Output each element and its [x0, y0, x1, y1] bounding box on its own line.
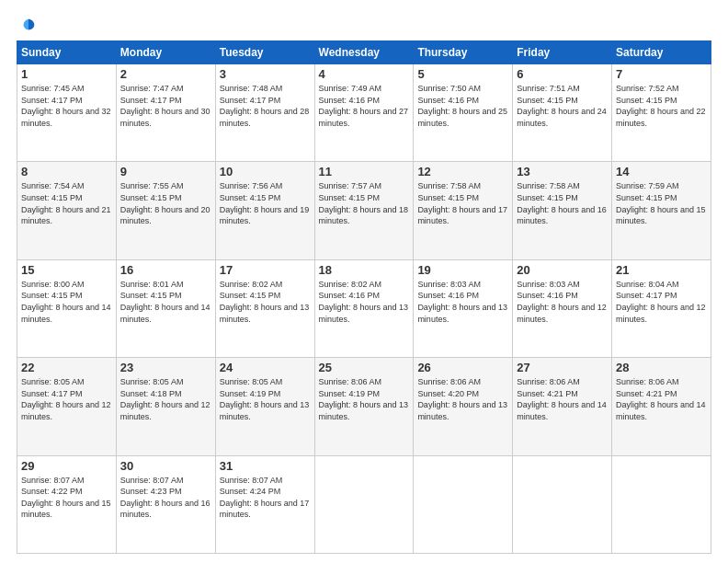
calendar-day-cell: 25 Sunrise: 8:06 AM Sunset: 4:19 PM Dayl…: [314, 358, 414, 455]
day-number: 6: [517, 67, 608, 81]
calendar-day-cell: [513, 455, 612, 553]
day-number: 30: [120, 459, 211, 473]
calendar-week-row: 15 Sunrise: 8:00 AM Sunset: 4:15 PM Dayl…: [17, 259, 711, 357]
logo-bird-icon: [20, 17, 37, 33]
calendar-day-cell: 9 Sunrise: 7:55 AM Sunset: 4:15 PM Dayli…: [116, 162, 215, 259]
day-cell-content: Sunrise: 8:02 AM Sunset: 4:15 PM Dayligh…: [220, 279, 311, 325]
day-number: 29: [21, 459, 112, 473]
calendar-day-cell: 3 Sunrise: 7:48 AM Sunset: 4:17 PM Dayli…: [215, 64, 314, 162]
day-header-thursday: Thursday: [414, 41, 513, 64]
day-header-sunday: Sunday: [17, 41, 117, 64]
day-cell-content: Sunrise: 7:59 AM Sunset: 4:15 PM Dayligh…: [616, 180, 707, 226]
calendar-day-cell: 22 Sunrise: 8:05 AM Sunset: 4:17 PM Dayl…: [17, 358, 117, 455]
calendar-day-cell: 26 Sunrise: 8:06 AM Sunset: 4:20 PM Dayl…: [414, 358, 513, 455]
day-number: 9: [120, 165, 211, 178]
day-number: 13: [517, 165, 608, 178]
day-cell-content: Sunrise: 7:51 AM Sunset: 4:15 PM Dayligh…: [517, 83, 608, 129]
day-number: 19: [417, 263, 508, 277]
day-number: 27: [517, 361, 608, 374]
day-number: 22: [21, 361, 112, 374]
calendar-day-cell: 24 Sunrise: 8:05 AM Sunset: 4:19 PM Dayl…: [215, 358, 314, 455]
day-cell-content: Sunrise: 8:05 AM Sunset: 4:17 PM Dayligh…: [21, 376, 112, 422]
calendar-day-cell: 1 Sunrise: 7:45 AM Sunset: 4:17 PM Dayli…: [17, 64, 117, 162]
day-cell-content: Sunrise: 8:06 AM Sunset: 4:19 PM Dayligh…: [319, 376, 410, 422]
day-number: 14: [616, 165, 707, 178]
day-header-friday: Friday: [513, 41, 612, 64]
calendar-day-cell: 11 Sunrise: 7:57 AM Sunset: 4:15 PM Dayl…: [314, 162, 414, 259]
calendar-day-cell: 21 Sunrise: 8:04 AM Sunset: 4:17 PM Dayl…: [612, 259, 711, 357]
day-number: 20: [517, 263, 608, 277]
day-header-saturday: Saturday: [612, 41, 711, 64]
day-number: 23: [120, 361, 211, 374]
calendar-day-cell: 18 Sunrise: 8:02 AM Sunset: 4:16 PM Dayl…: [314, 259, 414, 357]
day-number: 17: [220, 263, 311, 277]
day-header-tuesday: Tuesday: [215, 41, 314, 64]
calendar-day-cell: 5 Sunrise: 7:50 AM Sunset: 4:16 PM Dayli…: [414, 64, 513, 162]
calendar-day-cell: 14 Sunrise: 7:59 AM Sunset: 4:15 PM Dayl…: [612, 162, 711, 259]
day-number: 11: [319, 165, 410, 178]
day-cell-content: Sunrise: 8:03 AM Sunset: 4:16 PM Dayligh…: [517, 279, 608, 325]
day-number: 21: [616, 263, 707, 277]
day-cell-content: Sunrise: 7:49 AM Sunset: 4:16 PM Dayligh…: [319, 83, 410, 129]
day-cell-content: Sunrise: 7:45 AM Sunset: 4:17 PM Dayligh…: [21, 83, 112, 129]
day-cell-content: Sunrise: 8:06 AM Sunset: 4:21 PM Dayligh…: [517, 376, 608, 422]
calendar-day-cell: 27 Sunrise: 8:06 AM Sunset: 4:21 PM Dayl…: [513, 358, 612, 455]
calendar-day-cell: 6 Sunrise: 7:51 AM Sunset: 4:15 PM Dayli…: [513, 64, 612, 162]
day-number: 8: [21, 165, 112, 178]
day-number: 18: [319, 263, 410, 277]
calendar-day-cell: 13 Sunrise: 7:58 AM Sunset: 4:15 PM Dayl…: [513, 162, 612, 259]
day-cell-content: Sunrise: 8:05 AM Sunset: 4:19 PM Dayligh…: [220, 376, 311, 422]
calendar-day-cell: 17 Sunrise: 8:02 AM Sunset: 4:15 PM Dayl…: [215, 259, 314, 357]
day-number: 24: [220, 361, 311, 374]
day-cell-content: Sunrise: 7:54 AM Sunset: 4:15 PM Dayligh…: [21, 180, 112, 226]
day-cell-content: Sunrise: 7:55 AM Sunset: 4:15 PM Dayligh…: [120, 180, 211, 226]
day-cell-content: Sunrise: 7:58 AM Sunset: 4:15 PM Dayligh…: [517, 180, 608, 226]
day-number: 28: [616, 361, 707, 374]
calendar-day-cell: 2 Sunrise: 7:47 AM Sunset: 4:17 PM Dayli…: [116, 64, 215, 162]
calendar-table: SundayMondayTuesdayWednesdayThursdayFrid…: [17, 40, 711, 554]
day-cell-content: Sunrise: 8:05 AM Sunset: 4:18 PM Dayligh…: [120, 376, 211, 422]
calendar-day-cell: [612, 455, 711, 553]
calendar-day-cell: 20 Sunrise: 8:03 AM Sunset: 4:16 PM Dayl…: [513, 259, 612, 357]
day-number: 25: [319, 361, 410, 374]
day-number: 15: [21, 263, 112, 277]
day-cell-content: Sunrise: 7:47 AM Sunset: 4:17 PM Dayligh…: [120, 83, 211, 129]
day-cell-content: Sunrise: 7:50 AM Sunset: 4:16 PM Dayligh…: [417, 83, 508, 129]
day-number: 12: [417, 165, 508, 178]
calendar-day-cell: 28 Sunrise: 8:06 AM Sunset: 4:21 PM Dayl…: [612, 358, 711, 455]
logo-text: [17, 17, 37, 33]
calendar-day-cell: 31 Sunrise: 8:07 AM Sunset: 4:24 PM Dayl…: [215, 455, 314, 553]
calendar-day-cell: 16 Sunrise: 8:01 AM Sunset: 4:15 PM Dayl…: [116, 259, 215, 357]
day-number: 4: [319, 67, 410, 81]
day-cell-content: Sunrise: 8:02 AM Sunset: 4:16 PM Dayligh…: [319, 279, 410, 325]
day-cell-content: Sunrise: 8:00 AM Sunset: 4:15 PM Dayligh…: [21, 279, 112, 325]
calendar-week-row: 29 Sunrise: 8:07 AM Sunset: 4:22 PM Dayl…: [17, 455, 711, 553]
calendar-day-cell: 30 Sunrise: 8:07 AM Sunset: 4:23 PM Dayl…: [116, 455, 215, 553]
day-cell-content: Sunrise: 7:48 AM Sunset: 4:17 PM Dayligh…: [220, 83, 311, 129]
day-number: 31: [220, 459, 311, 473]
calendar-week-row: 8 Sunrise: 7:54 AM Sunset: 4:15 PM Dayli…: [17, 162, 711, 259]
day-header-wednesday: Wednesday: [314, 41, 414, 64]
day-cell-content: Sunrise: 7:56 AM Sunset: 4:15 PM Dayligh…: [220, 180, 311, 226]
calendar-day-cell: 10 Sunrise: 7:56 AM Sunset: 4:15 PM Dayl…: [215, 162, 314, 259]
calendar-day-cell: 23 Sunrise: 8:05 AM Sunset: 4:18 PM Dayl…: [116, 358, 215, 455]
day-number: 1: [21, 67, 112, 81]
day-header-monday: Monday: [116, 41, 215, 64]
day-number: 10: [220, 165, 311, 178]
calendar-week-row: 1 Sunrise: 7:45 AM Sunset: 4:17 PM Dayli…: [17, 64, 711, 162]
day-cell-content: Sunrise: 8:06 AM Sunset: 4:20 PM Dayligh…: [417, 376, 508, 422]
calendar-day-cell: 8 Sunrise: 7:54 AM Sunset: 4:15 PM Dayli…: [17, 162, 117, 259]
day-cell-content: Sunrise: 7:52 AM Sunset: 4:15 PM Dayligh…: [616, 83, 707, 129]
day-number: 26: [417, 361, 508, 374]
logo: [17, 17, 37, 33]
calendar-week-row: 22 Sunrise: 8:05 AM Sunset: 4:17 PM Dayl…: [17, 358, 711, 455]
day-cell-content: Sunrise: 7:57 AM Sunset: 4:15 PM Dayligh…: [319, 180, 410, 226]
day-cell-content: Sunrise: 8:07 AM Sunset: 4:22 PM Dayligh…: [21, 475, 112, 521]
day-number: 3: [220, 67, 311, 81]
calendar-day-cell: 7 Sunrise: 7:52 AM Sunset: 4:15 PM Dayli…: [612, 64, 711, 162]
calendar-day-cell: 29 Sunrise: 8:07 AM Sunset: 4:22 PM Dayl…: [17, 455, 117, 553]
calendar-day-cell: 4 Sunrise: 7:49 AM Sunset: 4:16 PM Dayli…: [314, 64, 414, 162]
page: SundayMondayTuesdayWednesdayThursdayFrid…: [0, 0, 728, 563]
calendar-day-cell: [414, 455, 513, 553]
calendar-day-cell: 15 Sunrise: 8:00 AM Sunset: 4:15 PM Dayl…: [17, 259, 117, 357]
